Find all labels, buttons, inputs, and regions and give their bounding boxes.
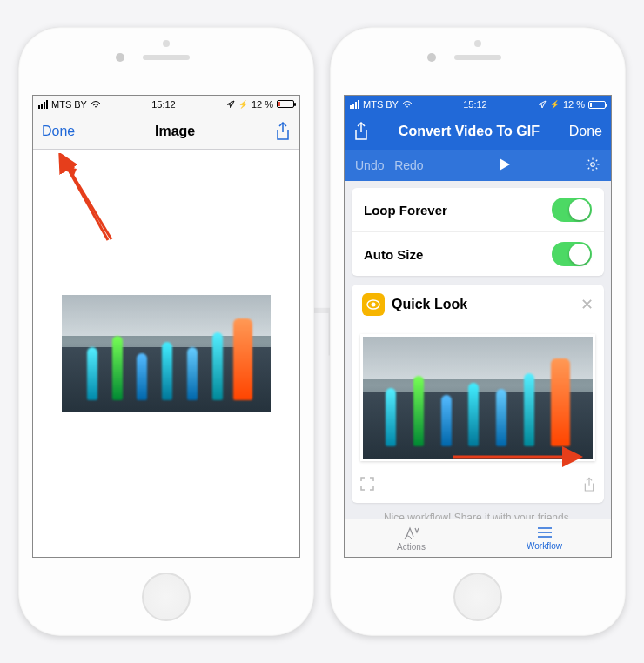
tab-actions[interactable]: Actions (345, 519, 478, 557)
done-button[interactable]: Done (42, 124, 75, 139)
status-bar: MTS BY 15:12 ⚡ 12 % (345, 96, 611, 113)
done-button[interactable]: Done (569, 124, 602, 139)
expand-icon[interactable] (360, 477, 374, 496)
signal-icon (38, 100, 48, 109)
carrier-label: MTS BY (363, 99, 399, 110)
close-icon[interactable]: ✕ (580, 295, 594, 314)
loop-toggle[interactable] (552, 198, 592, 222)
svg-point-5 (591, 162, 595, 166)
nav-bar: Done Image (33, 113, 299, 150)
svg-point-7 (372, 303, 376, 307)
location-icon (226, 100, 235, 109)
wifi-icon (402, 100, 413, 109)
quick-look-icon (362, 293, 385, 316)
nav-title: Convert Video To GIF (399, 124, 540, 139)
share-icon[interactable] (275, 122, 291, 141)
share-icon[interactable] (353, 122, 369, 141)
image-preview-area (33, 150, 299, 557)
home-button[interactable] (142, 573, 191, 621)
quick-look-card: Quick Look ✕ (352, 285, 604, 503)
auto-size-row: Auto Size (352, 231, 604, 276)
tab-workflow[interactable]: Workflow (478, 519, 611, 557)
undo-button[interactable]: Undo (355, 158, 384, 172)
quick-look-share-icon[interactable] (583, 477, 595, 496)
home-button[interactable] (453, 573, 502, 621)
gear-icon[interactable] (585, 157, 600, 175)
svg-marker-4 (500, 158, 510, 171)
battery-pct: 12 % (252, 99, 273, 110)
battery-pct: 12 % (563, 99, 585, 110)
phone-right: MTS BY 15:12 ⚡ 12 % Convert Video To GIF… (330, 27, 626, 636)
workflow-content: Loop Forever Auto Size Quick Look ✕ (345, 181, 611, 519)
nav-title: Image (155, 124, 195, 139)
tab-bar: Actions Workflow (345, 519, 611, 557)
hint-text: Nice workflow! Share it with your friend… (352, 512, 604, 519)
status-bar: MTS BY 15:12 ⚡ 12 % (33, 96, 299, 113)
loop-forever-row: Loop Forever (352, 188, 604, 231)
location-icon (538, 100, 547, 109)
redo-button[interactable]: Redo (394, 158, 423, 172)
preview-image (62, 295, 271, 412)
nav-bar: Convert Video To GIF Done (345, 113, 611, 150)
status-time: 15:12 (463, 99, 487, 110)
workflow-toolbar: Undo Redo (345, 150, 611, 181)
auto-size-label: Auto Size (364, 247, 423, 262)
auto-size-toggle[interactable] (552, 242, 592, 266)
phone-left: MTS BY 15:12 ⚡ 12 % Done Image (18, 27, 314, 636)
wifi-icon (91, 100, 101, 109)
quick-look-preview (360, 334, 595, 461)
signal-icon (350, 100, 359, 109)
options-card: Loop Forever Auto Size (352, 188, 604, 276)
quick-look-title: Quick Look (392, 297, 467, 312)
status-time: 15:12 (151, 99, 176, 110)
carrier-label: MTS BY (51, 99, 87, 110)
loop-forever-label: Loop Forever (364, 203, 447, 218)
play-icon[interactable] (497, 157, 511, 174)
